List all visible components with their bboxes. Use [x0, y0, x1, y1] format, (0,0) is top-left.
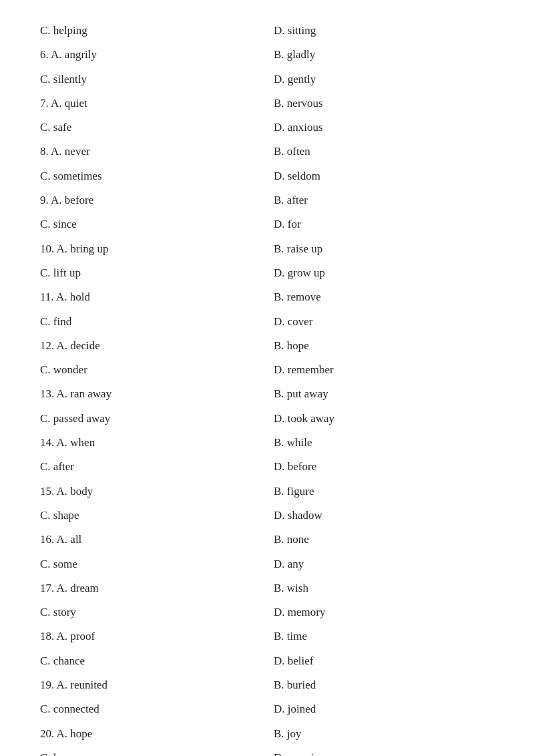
- left-option: 17. A. dream: [40, 578, 267, 599]
- left-option-text: C. wonder: [40, 363, 87, 376]
- right-option: D. took away: [267, 408, 494, 429]
- left-option-text: C. safe: [40, 121, 71, 134]
- left-option-text: 10. A. bring up: [40, 242, 108, 255]
- right-option-text: B. often: [274, 145, 310, 158]
- right-option: D. sitting: [267, 20, 494, 41]
- left-option-text: C. chance: [40, 654, 85, 667]
- quiz-row: C. loveD. surprise: [40, 747, 494, 756]
- right-option-text: B. put away: [274, 387, 328, 400]
- left-option: 20. A. hope: [40, 723, 267, 745]
- right-option-text: D. belief: [274, 654, 313, 667]
- quiz-container: C. helpingD. sitting6. A. angrilyB. glad…: [40, 20, 494, 756]
- right-option-text: D. seldom: [274, 170, 320, 182]
- quiz-row: C. lift upD. grow up: [40, 262, 494, 284]
- left-option: 10. A. bring up: [40, 238, 267, 260]
- left-option-text: 15. A. body: [40, 485, 93, 498]
- quiz-row: C. shapeD. shadow: [40, 505, 494, 526]
- left-option: C. after: [40, 456, 267, 478]
- left-option-text: 16. A. all: [40, 533, 81, 546]
- right-option-text: D. memory: [274, 606, 325, 618]
- right-option: B. time: [267, 626, 494, 647]
- quiz-row: 17. A. dreamB. wish: [40, 578, 494, 599]
- quiz-row: C. safeD. anxious: [40, 117, 494, 138]
- quiz-row: 13. A. ran awayB. put away: [40, 383, 494, 405]
- quiz-row: C. helpingD. sitting: [40, 20, 494, 41]
- right-option: D. gently: [267, 69, 494, 90]
- right-option-text: D. took away: [274, 412, 334, 425]
- right-option-text: B. raise up: [274, 242, 322, 255]
- quiz-row: 9. A. beforeB. after: [40, 190, 494, 211]
- left-option: C. wonder: [40, 359, 267, 381]
- right-option-text: B. remove: [274, 291, 321, 303]
- right-option-text: B. none: [274, 533, 309, 546]
- right-option: B. nervous: [267, 93, 494, 114]
- right-option: D. joined: [267, 699, 494, 720]
- left-option: C. chance: [40, 650, 267, 672]
- quiz-row: 19. A. reunitedB. buried: [40, 675, 494, 696]
- right-option: B. after: [267, 190, 494, 211]
- left-option-text: C. lift up: [40, 266, 81, 279]
- left-option-text: 6. A. angrily: [40, 48, 97, 61]
- quiz-row: 11. A. holdB. remove: [40, 287, 494, 308]
- left-option: C. some: [40, 554, 267, 575]
- right-option-text: B. wish: [274, 582, 308, 594]
- quiz-row: 20. A. hopeB. joy: [40, 723, 494, 745]
- right-option-text: D. shadow: [274, 509, 322, 522]
- left-option: 18. A. proof: [40, 626, 267, 647]
- left-option: C. connected: [40, 699, 267, 720]
- left-option-text: C. helping: [40, 24, 87, 37]
- left-option: 13. A. ran away: [40, 383, 267, 405]
- right-option: D. for: [267, 214, 494, 235]
- left-option-text: C. passed away: [40, 412, 110, 425]
- right-option-text: B. while: [274, 436, 312, 449]
- left-option-text: 13. A. ran away: [40, 387, 111, 400]
- left-option: C. shape: [40, 505, 267, 526]
- right-option: B. figure: [267, 481, 494, 502]
- right-option-text: D. anxious: [274, 121, 323, 134]
- left-option: 14. A. when: [40, 432, 267, 453]
- right-option-text: B. time: [274, 630, 307, 642]
- right-option: D. anxious: [267, 117, 494, 138]
- right-option-text: D. any: [274, 558, 304, 570]
- quiz-row: 18. A. proofB. time: [40, 626, 494, 647]
- left-option: 6. A. angrily: [40, 44, 267, 65]
- left-option-text: C. sometimes: [40, 170, 102, 182]
- left-option: 9. A. before: [40, 190, 267, 211]
- left-option-text: 9. A. before: [40, 194, 93, 206]
- right-option-text: D. for: [274, 218, 301, 230]
- left-option: 8. A. never: [40, 141, 267, 162]
- right-option: B. none: [267, 529, 494, 550]
- left-option: C. find: [40, 311, 267, 333]
- right-option-text: D. cover: [274, 315, 313, 328]
- left-option: 19. A. reunited: [40, 675, 267, 696]
- right-option: B. put away: [267, 383, 494, 405]
- right-option-text: D. before: [274, 460, 316, 473]
- right-option: D. remember: [267, 359, 494, 381]
- left-option-text: 8. A. never: [40, 145, 90, 158]
- right-option-text: B. figure: [274, 485, 314, 498]
- left-option-text: C. story: [40, 606, 76, 618]
- left-option: C. since: [40, 214, 267, 235]
- right-option: D. memory: [267, 602, 494, 623]
- left-option: 11. A. hold: [40, 287, 267, 308]
- left-option: C. silently: [40, 69, 267, 90]
- quiz-row: 10. A. bring upB. raise up: [40, 238, 494, 260]
- quiz-row: C. findD. cover: [40, 311, 494, 333]
- quiz-row: C. silentlyD. gently: [40, 69, 494, 90]
- right-option: B. gladly: [267, 44, 494, 65]
- right-option: B. often: [267, 141, 494, 162]
- quiz-row: 7. A. quietB. nervous: [40, 93, 494, 114]
- left-option-text: C. after: [40, 460, 74, 473]
- left-option-text: C. silently: [40, 73, 87, 85]
- left-option: 12. A. decide: [40, 335, 267, 357]
- left-option-text: 11. A. hold: [40, 291, 90, 303]
- right-option-text: D. gently: [274, 73, 316, 85]
- right-option-text: B. hope: [274, 339, 309, 352]
- right-option-text: B. buried: [274, 679, 316, 691]
- left-option-text: C. find: [40, 315, 71, 328]
- right-option: B. remove: [267, 287, 494, 308]
- right-option: B. buried: [267, 675, 494, 696]
- right-option: D. seldom: [267, 166, 494, 187]
- left-option-text: C. shape: [40, 509, 79, 522]
- quiz-row: C. passed awayD. took away: [40, 408, 494, 429]
